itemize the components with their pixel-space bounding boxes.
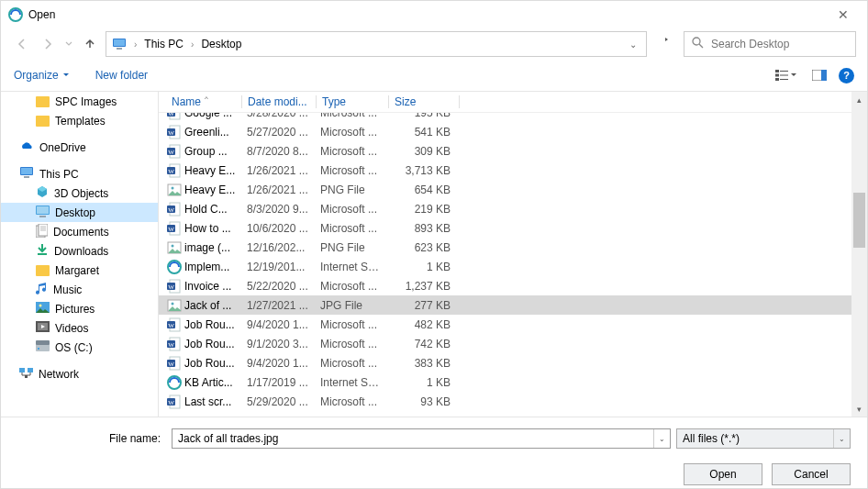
file-row[interactable]: WGreenli...5/27/2020 ...Microsoft ...541… — [159, 122, 867, 141]
file-row[interactable]: WHow to ...10/6/2020 ...Microsoft ...893… — [159, 218, 867, 238]
file-size: 482 KB — [386, 318, 456, 331]
chevron-down-icon — [790, 72, 797, 79]
sidebar-item-music[interactable]: Music — [1, 280, 158, 299]
preview-pane-button[interactable] — [807, 64, 831, 86]
search-box[interactable] — [684, 31, 856, 57]
file-date: 9/1/2020 3... — [241, 338, 315, 350]
sidebar-item-network[interactable]: Network — [1, 364, 158, 383]
new-folder-button[interactable]: New folder — [95, 69, 148, 82]
file-row[interactable]: WJob Rou...9/4/2020 1...Microsoft ...383… — [159, 353, 867, 372]
sidebar-item-osc[interactable]: OS (C:) — [1, 338, 158, 357]
organize-label: Organize — [14, 69, 59, 82]
filename-dropdown-icon[interactable]: ⌄ — [653, 429, 670, 448]
file-type: Internet Sh... — [315, 261, 386, 273]
sidebar-item-3d-objects[interactable]: › 3D Objects — [1, 183, 158, 203]
file-size: 219 KB — [386, 203, 456, 216]
file-type: Microsoft ... — [315, 357, 386, 370]
cube-icon — [36, 185, 49, 201]
sidebar-item-desktop[interactable]: Desktop — [1, 203, 158, 222]
search-input[interactable] — [711, 38, 849, 50]
file-name: Heavy E... — [184, 183, 241, 196]
column-size[interactable]: Size — [389, 95, 459, 108]
refresh-button[interactable] — [652, 31, 678, 57]
address-dropdown-icon[interactable]: ⌄ — [626, 39, 640, 50]
organize-menu[interactable]: Organize — [14, 69, 70, 82]
sidebar-item-documents[interactable]: Documents — [1, 222, 158, 241]
scroll-thumb[interactable] — [853, 193, 865, 248]
sidebar-item-thispc[interactable]: This PC — [1, 164, 158, 183]
file-row[interactable]: WLast scr...5/29/2020 ...Microsoft ...93… — [159, 392, 867, 411]
sidebar-item-label: Videos — [55, 322, 88, 335]
cancel-button[interactable]: Cancel — [772, 463, 851, 485]
sidebar-item-onedrive[interactable]: OneDrive — [1, 138, 158, 157]
file-date: 5/27/2020 ... — [241, 126, 315, 139]
file-name: Heavy E... — [184, 164, 241, 177]
column-name[interactable]: ^Name — [166, 95, 241, 108]
sidebar-item-label: 3D Objects — [54, 187, 108, 200]
new-folder-label: New folder — [95, 69, 148, 82]
sidebar-item-label: Downloads — [54, 245, 108, 258]
file-row[interactable]: WHold C...8/3/2020 9...Microsoft ...219 … — [159, 199, 867, 218]
sidebar-item-spc-images[interactable]: SPC Images — [1, 92, 158, 111]
videos-icon — [36, 321, 50, 335]
up-button[interactable] — [80, 34, 100, 54]
file-size: 1 KB — [386, 261, 456, 273]
file-row[interactable]: Implem...12/19/201...Internet Sh...1 KB — [159, 257, 867, 276]
search-icon — [692, 37, 704, 51]
filename-input[interactable]: Jack of all trades.jpg ⌄ — [172, 428, 671, 449]
crumb-thispc[interactable]: This PC — [144, 38, 184, 50]
file-row[interactable]: WJob Rou...9/4/2020 1...Microsoft ...482… — [159, 315, 867, 334]
filename-value: Jack of all trades.jpg — [178, 432, 278, 445]
sidebar-item-downloads[interactable]: Downloads — [1, 241, 158, 261]
scroll-up-icon[interactable]: ▴ — [851, 92, 867, 107]
open-button[interactable]: Open — [684, 463, 762, 485]
close-icon[interactable]: ✕ — [827, 4, 860, 26]
sidebar-item-margaret[interactable]: Margaret — [1, 261, 158, 280]
file-date: 5/29/2020 ... — [241, 395, 315, 408]
file-name: Hold C... — [184, 203, 241, 216]
file-name: image (... — [184, 241, 241, 254]
column-date[interactable]: Date modi... — [242, 95, 316, 108]
sidebar-item-videos[interactable]: Videos — [1, 318, 158, 338]
sidebar-item-label: Documents — [53, 226, 109, 239]
scrollbar[interactable]: ▴ ▾ — [851, 92, 867, 417]
file-type-icon: W — [166, 317, 183, 333]
file-row[interactable]: Heavy E...1/26/2021 ...PNG File654 KB — [159, 180, 867, 199]
sidebar-item-pictures[interactable]: Pictures — [1, 299, 158, 318]
back-button[interactable] — [12, 34, 32, 54]
folder-icon — [36, 96, 50, 107]
folder-icon — [36, 116, 50, 127]
file-date: 5/28/2020 ... — [241, 113, 315, 119]
sidebar-item-label: SPC Images — [55, 95, 117, 108]
file-size: 3,713 KB — [386, 164, 456, 177]
address-bar[interactable]: › This PC › Desktop ⌄ — [106, 31, 647, 57]
view-options-button[interactable] — [769, 64, 804, 86]
file-row[interactable]: image (...12/16/202...PNG File623 KB — [159, 238, 867, 257]
file-date: 9/4/2020 1... — [241, 318, 315, 331]
recent-dropdown[interactable] — [63, 34, 74, 54]
scroll-down-icon[interactable]: ▾ — [851, 401, 867, 417]
crumb-desktop[interactable]: Desktop — [201, 38, 241, 50]
file-name: KB Artic... — [184, 376, 241, 389]
file-type-icon: W — [166, 355, 183, 372]
svg-text:W: W — [168, 225, 174, 232]
file-name: Google ... — [184, 113, 241, 119]
svg-text:W: W — [168, 128, 174, 136]
file-row[interactable]: WGroup ...8/7/2020 8...Microsoft ...309 … — [159, 141, 867, 161]
filter-dropdown-icon[interactable]: ⌄ — [833, 429, 850, 448]
sidebar-item-label: OneDrive — [39, 141, 86, 154]
file-type-filter[interactable]: All files (*.*) ⌄ — [676, 428, 851, 449]
forward-button[interactable] — [38, 34, 58, 54]
file-row[interactable]: WJob Rou...9/1/2020 3...Microsoft ...742… — [159, 334, 867, 353]
file-row[interactable]: KB Artic...1/17/2019 ...Internet Sh...1 … — [159, 372, 867, 392]
column-type[interactable]: Type — [317, 95, 388, 108]
sidebar-item-templates[interactable]: Templates — [1, 111, 158, 130]
file-row[interactable]: WHeavy E...1/26/2021 ...Microsoft ...3,7… — [159, 161, 867, 180]
file-row[interactable]: Jack of ...1/27/2021 ...JPG File277 KB — [159, 295, 867, 315]
file-row[interactable]: WGoogle ...5/28/2020 ...Microsoft ...195… — [159, 113, 867, 122]
help-button[interactable]: ? — [839, 68, 854, 83]
file-date: 8/3/2020 9... — [241, 203, 315, 216]
file-row[interactable]: WInvoice ...5/22/2020 ...Microsoft ...1,… — [159, 276, 867, 295]
file-type-icon: W — [166, 124, 183, 140]
svg-rect-3 — [117, 48, 122, 50]
